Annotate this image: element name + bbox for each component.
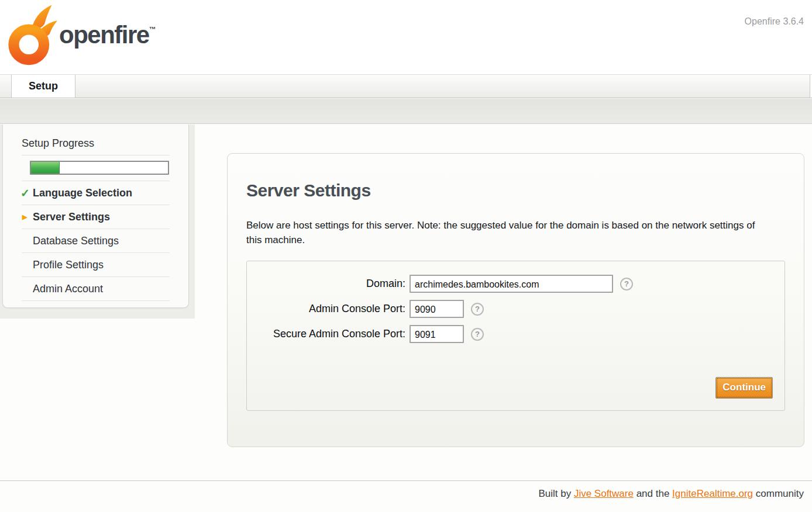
jive-software-link[interactable]: Jive Software [574,488,634,499]
setup-steps-list: ✓ Language Selection ▶ Server Settings D… [22,181,170,301]
sidebar-item-label: Server Settings [33,211,110,223]
arrow-right-icon: ▶ [22,213,27,221]
sidebar-item-label: Admin Account [33,283,103,295]
setup-progress-bar [30,161,169,175]
form-row-secure-admin-console-port: Secure Admin Console Port: ? [247,325,785,343]
progress-fill [31,162,60,174]
form-row-domain: Domain: ? [247,275,785,293]
sidebar-item-profile-settings: Profile Settings [22,253,170,277]
admin-console-port-label: Admin Console Port: [247,303,410,315]
sidebar-item-label: Database Settings [33,235,119,247]
sub-nav-bar [0,99,812,124]
footer-text-suffix: community [753,488,804,499]
sidebar-item-server-settings: ▶ Server Settings [22,205,170,229]
form-row-admin-console-port: Admin Console Port: ? [247,300,785,318]
continue-button-label: Continue [717,378,772,397]
domain-input[interactable] [410,275,613,293]
setup-progress-title: Setup Progress [22,137,170,155]
tab-setup-label: Setup [29,80,58,92]
setup-progress-panel: Setup Progress ✓ Language Selection ▶ Se… [2,124,189,308]
domain-label: Domain: [247,278,410,290]
page-title: Server Settings [246,181,371,200]
admin-console-port-input[interactable] [410,300,464,318]
header: openfire™ Openfire 3.6.4 [0,0,812,74]
openfire-logo-icon [7,4,59,69]
igniterealtime-link[interactable]: IgniteRealtime.org [672,488,753,499]
sidebar-item-language-selection: ✓ Language Selection [22,181,170,205]
trademark-symbol: ™ [149,25,156,33]
sidebar-item-label: Language Selection [33,187,132,199]
brand-text: openfire [59,21,149,49]
sidebar-item-admin-account: Admin Account [22,277,170,301]
tab-setup[interactable]: Setup [11,75,75,98]
footer-text-prefix: Built by [538,488,573,499]
sidebar-item-label: Profile Settings [33,259,104,271]
page-description: Below are host settings for this server.… [246,218,758,247]
continue-button[interactable]: Continue [715,377,773,399]
secure-admin-console-port-label: Secure Admin Console Port: [247,328,410,340]
help-icon[interactable]: ? [471,328,484,341]
help-icon[interactable]: ? [471,303,484,316]
tab-bar: Setup [0,74,812,98]
footer: Built by Jive Software and the IgniteRea… [0,480,812,500]
server-settings-form: Domain: ? Admin Console Port: ? Secure A… [246,261,785,411]
help-icon[interactable]: ? [620,278,633,290]
brand-wordmark: openfire™ [59,21,156,49]
check-icon: ✓ [20,186,30,200]
footer-text-middle: and the [634,488,672,499]
tab-bar-right-sliver [810,75,812,98]
main-content-panel: Server Settings Below are host settings … [227,153,804,447]
secure-admin-console-port-input[interactable] [410,325,464,343]
version-label: Openfire 3.6.4 [745,16,804,27]
sidebar-item-database-settings: Database Settings [22,229,170,253]
